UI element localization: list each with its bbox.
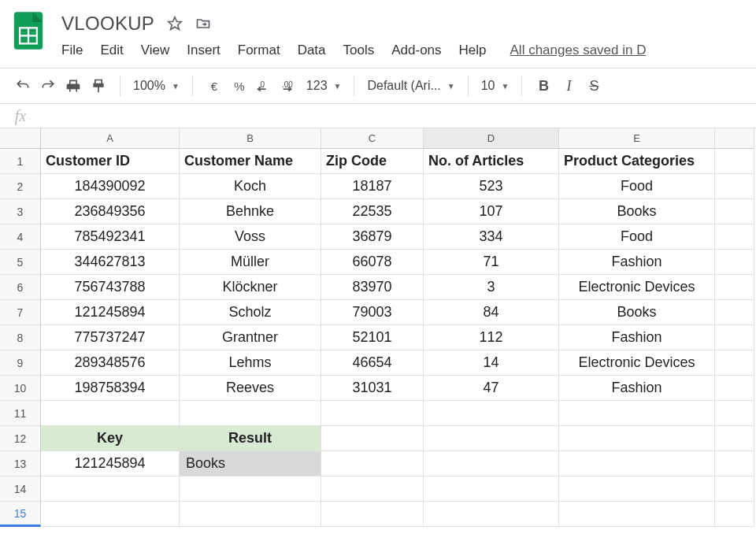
- row-header[interactable]: 5: [0, 250, 41, 275]
- italic-button[interactable]: I: [560, 75, 577, 97]
- cell[interactable]: Food: [559, 174, 715, 199]
- increase-decimal-button[interactable]: .00: [281, 75, 298, 97]
- cell[interactable]: [321, 502, 424, 527]
- cell[interactable]: [321, 451, 424, 476]
- row-header[interactable]: 9: [0, 350, 41, 376]
- cell[interactable]: Zip Code: [321, 149, 424, 174]
- cell[interactable]: Key: [41, 426, 180, 451]
- cell[interactable]: 334: [424, 224, 559, 250]
- cell[interactable]: [715, 476, 754, 502]
- percent-button[interactable]: %: [231, 75, 248, 97]
- cell[interactable]: 79003: [321, 300, 424, 325]
- cell[interactable]: [715, 224, 754, 250]
- cell[interactable]: [715, 451, 754, 476]
- currency-button[interactable]: €: [206, 75, 223, 97]
- col-header-C[interactable]: C: [321, 128, 424, 149]
- more-formats-dropdown[interactable]: 123▼: [306, 79, 342, 93]
- col-header-F[interactable]: [715, 128, 754, 149]
- cell[interactable]: Electronic Devices: [559, 275, 715, 300]
- cell[interactable]: [424, 451, 559, 476]
- cell[interactable]: Fashion: [559, 250, 715, 275]
- font-size-dropdown[interactable]: 10▼: [481, 79, 510, 93]
- cell[interactable]: 756743788: [41, 275, 180, 300]
- paint-format-button[interactable]: [90, 75, 107, 97]
- cell[interactable]: [715, 426, 754, 451]
- cell[interactable]: [180, 401, 321, 426]
- cell[interactable]: Books: [559, 300, 715, 325]
- menu-help[interactable]: Help: [459, 43, 487, 58]
- cell[interactable]: [715, 149, 754, 174]
- cell[interactable]: [559, 451, 715, 476]
- cell[interactable]: 785492341: [41, 224, 180, 250]
- cell[interactable]: Result: [180, 426, 321, 451]
- cell[interactable]: Klöckner: [180, 275, 321, 300]
- bold-button[interactable]: B: [535, 75, 552, 97]
- cell[interactable]: Behnke: [180, 199, 321, 224]
- cell[interactable]: 18187: [321, 174, 424, 199]
- row-header[interactable]: 13: [0, 451, 41, 476]
- cell[interactable]: 107: [424, 199, 559, 224]
- cell[interactable]: Food: [559, 224, 715, 250]
- cell[interactable]: [180, 476, 321, 502]
- cell[interactable]: 344627813: [41, 250, 180, 275]
- cell[interactable]: 112: [424, 325, 559, 350]
- row-header[interactable]: 12: [0, 426, 41, 451]
- cell[interactable]: 31031: [321, 376, 424, 401]
- row-header[interactable]: 1: [0, 149, 41, 174]
- cell[interactable]: [715, 350, 754, 376]
- col-header-B[interactable]: B: [180, 128, 321, 149]
- col-header-E[interactable]: E: [559, 128, 715, 149]
- cell[interactable]: 523: [424, 174, 559, 199]
- cell[interactable]: [180, 502, 321, 527]
- doc-title[interactable]: VLOOKUP: [61, 13, 154, 35]
- decrease-decimal-button[interactable]: .0: [256, 75, 273, 97]
- cell[interactable]: Customer ID: [41, 149, 180, 174]
- sheets-logo[interactable]: [11, 8, 46, 54]
- menu-tools[interactable]: Tools: [343, 43, 375, 58]
- cell[interactable]: [424, 502, 559, 527]
- cell[interactable]: [424, 426, 559, 451]
- cell[interactable]: 236849356: [41, 199, 180, 224]
- cell[interactable]: 84: [424, 300, 559, 325]
- cell[interactable]: 47: [424, 376, 559, 401]
- cell[interactable]: [321, 401, 424, 426]
- cell[interactable]: Scholz: [180, 300, 321, 325]
- row-header[interactable]: 6: [0, 275, 41, 300]
- cell[interactable]: [715, 300, 754, 325]
- cell[interactable]: [559, 476, 715, 502]
- cell[interactable]: [715, 376, 754, 401]
- menu-insert[interactable]: Insert: [187, 43, 220, 58]
- cell[interactable]: 52101: [321, 325, 424, 350]
- cell[interactable]: [715, 174, 754, 199]
- star-icon[interactable]: [167, 16, 183, 32]
- cell[interactable]: [715, 401, 754, 426]
- cell[interactable]: 14: [424, 350, 559, 376]
- row-header[interactable]: 4: [0, 224, 41, 250]
- cell[interactable]: Books: [180, 451, 321, 476]
- move-folder-icon[interactable]: [195, 16, 211, 32]
- cell[interactable]: 83970: [321, 275, 424, 300]
- cell[interactable]: 121245894: [41, 451, 180, 476]
- row-header[interactable]: 10: [0, 376, 41, 401]
- cell[interactable]: Product Categories: [559, 149, 715, 174]
- cell[interactable]: Customer Name: [180, 149, 321, 174]
- cell[interactable]: Fashion: [559, 376, 715, 401]
- col-header-A[interactable]: A: [41, 128, 180, 149]
- cell[interactable]: [715, 325, 754, 350]
- cell[interactable]: 198758394: [41, 376, 180, 401]
- row-header[interactable]: 11: [0, 401, 41, 426]
- cell[interactable]: [559, 401, 715, 426]
- col-header-D[interactable]: D: [424, 128, 559, 149]
- cell[interactable]: Books: [559, 199, 715, 224]
- print-button[interactable]: [65, 75, 82, 97]
- cell[interactable]: [715, 275, 754, 300]
- menu-addons[interactable]: Add-ons: [391, 43, 441, 58]
- save-status[interactable]: All changes saved in D: [510, 43, 647, 58]
- menu-view[interactable]: View: [141, 43, 170, 58]
- row-header[interactable]: 8: [0, 325, 41, 350]
- cell[interactable]: [321, 476, 424, 502]
- cell[interactable]: Voss: [180, 224, 321, 250]
- cell[interactable]: Müller: [180, 250, 321, 275]
- cell[interactable]: [41, 476, 180, 502]
- formula-input[interactable]: [41, 104, 756, 128]
